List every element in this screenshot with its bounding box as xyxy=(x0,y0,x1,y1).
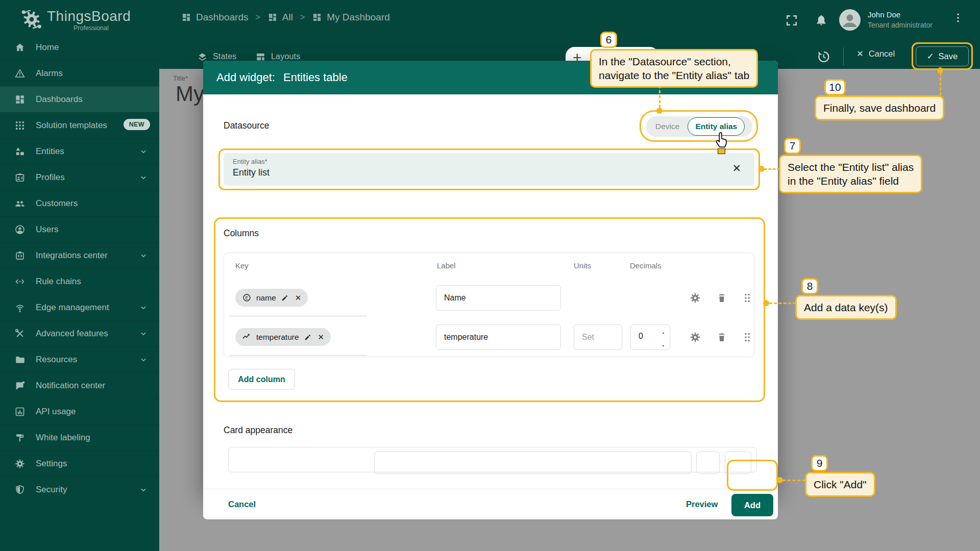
annotation-connector-10 xyxy=(940,72,941,95)
entity-alias-field[interactable]: Entity alias* Entity list ✕ xyxy=(224,153,754,186)
breadcrumb-item-all[interactable]: All xyxy=(267,12,293,23)
column-settings-icon[interactable] xyxy=(689,331,701,343)
sidebar-item-white-labeling[interactable]: White labeling xyxy=(0,424,159,450)
column-header-key: Key xyxy=(235,261,249,270)
fullscreen-icon[interactable] xyxy=(785,13,799,28)
entities-icon xyxy=(14,146,26,157)
sidebar-item-label: Entities xyxy=(36,146,64,157)
column-row-name: Ename✕ xyxy=(224,279,754,318)
sidebar-item-security[interactable]: Security xyxy=(0,477,159,503)
column-row-temperature: temperature✕0 xyxy=(224,318,754,357)
sidebar-item-integrations-center[interactable]: Integrations center xyxy=(0,242,159,268)
dashboard-icon xyxy=(181,12,191,22)
datasource-heading: Datasource xyxy=(224,120,270,131)
sidebar-item-rule-chains[interactable]: Rule chains xyxy=(0,268,159,294)
notifications-bell-icon[interactable] xyxy=(814,13,828,28)
edit-key-icon[interactable] xyxy=(304,333,312,341)
remove-key-icon[interactable]: ✕ xyxy=(318,333,325,342)
sidebar-item-resources[interactable]: Resources xyxy=(0,346,159,372)
sidebar-item-users[interactable]: Users xyxy=(0,216,159,242)
toolbar-divider xyxy=(843,47,844,66)
sidebar-item-settings[interactable]: Settings xyxy=(0,450,159,477)
remove-key-icon[interactable]: ✕ xyxy=(295,293,302,303)
sidebar-item-advanced-features[interactable]: Advanced features xyxy=(0,320,159,346)
dashboard-title-value: My xyxy=(176,82,204,106)
annotation-box-9: Click "Add" xyxy=(805,472,875,497)
dialog-footer: Cancel Preview Add xyxy=(203,489,778,519)
card-appearance-small-box[interactable] xyxy=(696,452,720,474)
svg-text:E: E xyxy=(245,295,248,300)
card-appearance-input[interactable] xyxy=(374,452,692,474)
entity-alias-field-label: Entity alias* xyxy=(233,158,267,165)
home-icon xyxy=(14,42,26,53)
sidebar-item-home[interactable]: Home xyxy=(0,34,159,60)
column-header-decimals: Decimals xyxy=(630,261,662,270)
annotation-badge-6: 6 xyxy=(600,32,617,48)
card-appearance-row xyxy=(228,447,757,472)
column-settings-icon[interactable] xyxy=(689,292,701,304)
sidebar-item-notification-center[interactable]: Notification center xyxy=(0,372,159,398)
data-key-chip-temperature[interactable]: temperature✕ xyxy=(235,328,331,346)
brand-edition: Professional xyxy=(74,24,109,32)
sidebar-item-customers[interactable]: Customers xyxy=(0,190,159,216)
data-key-label: name xyxy=(256,293,276,303)
avatar[interactable] xyxy=(839,9,861,31)
delete-column-icon[interactable] xyxy=(716,331,728,343)
add-column-button[interactable]: Add column xyxy=(228,369,295,390)
tab-device[interactable]: Device xyxy=(647,117,688,136)
sidebar-item-entities[interactable]: Entities xyxy=(0,138,159,164)
key-field-underline xyxy=(229,316,367,316)
sidebar-item-profiles[interactable]: Profiles xyxy=(0,164,159,190)
units-input-temperature[interactable] xyxy=(574,324,622,350)
person-icon xyxy=(839,23,861,31)
breadcrumb-item-dashboards[interactable]: Dashboards xyxy=(181,12,248,23)
sidebar: HomeAlarmsDashboardsSolution templatesNE… xyxy=(0,34,159,551)
clear-alias-icon[interactable]: ✕ xyxy=(732,162,741,174)
dashboard-cancel-label: Cancel xyxy=(869,49,895,59)
preview-button[interactable]: Preview xyxy=(686,499,718,509)
data-key-chip-name[interactable]: Ename✕ xyxy=(235,289,308,307)
breadcrumb-item-my-dashboard[interactable]: My Dashboard xyxy=(312,12,390,23)
screen: ThingsBoard Professional Dashboards>All>… xyxy=(0,0,980,551)
sidebar-item-label: Solution templates xyxy=(36,120,107,131)
sidebar-item-label: Security xyxy=(36,485,67,495)
sidebar-item-dashboards[interactable]: Dashboards xyxy=(0,86,159,112)
sidebar-item-alarms[interactable]: Alarms xyxy=(0,60,159,86)
hand-cursor-icon xyxy=(713,131,731,149)
card-appearance-options-box[interactable] xyxy=(725,452,751,474)
edit-key-icon[interactable] xyxy=(281,293,289,302)
advanced-icon xyxy=(14,328,26,339)
add-button[interactable]: Add xyxy=(731,494,773,516)
security-icon xyxy=(14,484,26,495)
annotation-8-line1: Add a data key(s) xyxy=(804,300,888,314)
drag-handle-icon[interactable] xyxy=(741,331,753,343)
column-header-label: Label xyxy=(437,261,456,270)
dialog-cancel-button[interactable]: Cancel xyxy=(228,499,256,509)
sidebar-item-api-usage[interactable]: API usage xyxy=(0,398,159,424)
delete-column-icon[interactable] xyxy=(716,292,728,304)
drag-handle-icon[interactable] xyxy=(741,292,753,304)
sidebar-item-label: Home xyxy=(36,42,59,53)
rule-chains-icon xyxy=(14,276,26,287)
annotation-badge-9: 9 xyxy=(811,455,828,471)
columns-table: KeyLabelUnitsDecimals Ename✕temperature✕… xyxy=(224,253,754,357)
dashboards-icon xyxy=(14,94,26,105)
dashboard-cancel-button[interactable]: ✕ Cancel xyxy=(856,49,895,59)
sidebar-item-label: White labeling xyxy=(36,433,90,443)
dashboard-save-button[interactable]: ✓ Save xyxy=(916,46,969,66)
sidebar-item-solution-templates[interactable]: Solution templatesNEW xyxy=(0,112,159,138)
history-icon[interactable] xyxy=(816,49,831,64)
label-input-name[interactable] xyxy=(436,285,561,311)
annotation-7-line2: in the "Entity alias" field xyxy=(788,174,914,188)
decrement-icon[interactable] xyxy=(660,341,666,350)
sidebar-item-edge-management[interactable]: Edge management xyxy=(0,294,159,320)
annotation-box-6: In the "Datasource" section, navigate to… xyxy=(590,49,758,88)
columns-table-header: KeyLabelUnitsDecimals xyxy=(224,253,754,279)
label-input-temperature[interactable] xyxy=(436,324,561,350)
decimals-stepper-temperature[interactable]: 0 xyxy=(630,324,670,350)
click-marker xyxy=(718,148,725,154)
more-menu-icon[interactable] xyxy=(952,12,964,23)
annotation-7-line1: Select the "Entity list" alias xyxy=(788,160,914,174)
sidebar-item-label: API usage xyxy=(36,407,76,417)
increment-icon[interactable] xyxy=(660,330,666,339)
